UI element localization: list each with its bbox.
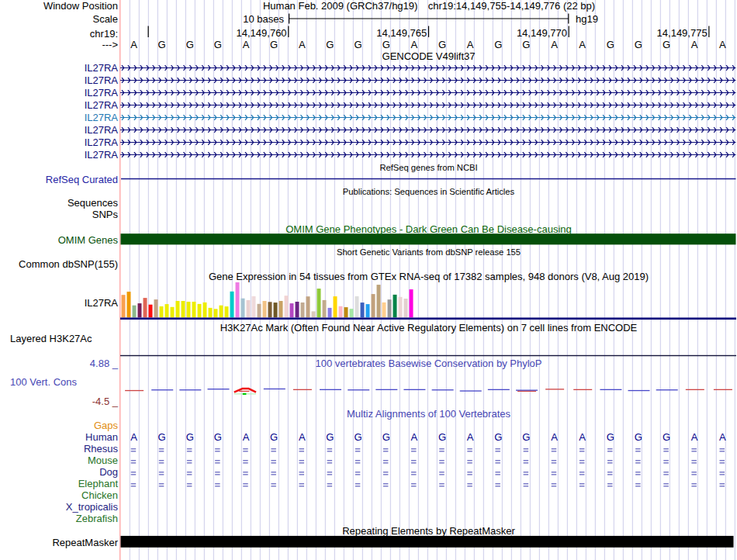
svg-text:4.88 _: 4.88 _	[90, 358, 119, 369]
svg-text:Zebrafish: Zebrafish	[76, 513, 118, 524]
svg-text:G: G	[214, 39, 222, 50]
svg-text:G: G	[326, 39, 334, 50]
svg-text:A: A	[719, 39, 726, 50]
svg-text:X_tropicalis: X_tropicalis	[66, 501, 119, 513]
svg-text:IL27RA: IL27RA	[85, 112, 119, 123]
svg-text:H3K27Ac Mark (Often Found Near: H3K27Ac Mark (Often Found Near Active Re…	[220, 322, 638, 334]
svg-text:RepeatMasker: RepeatMasker	[52, 537, 118, 548]
svg-text:G: G	[270, 39, 278, 50]
svg-text:A: A	[691, 431, 698, 443]
svg-text:14,149,775: 14,149,775	[657, 27, 708, 39]
svg-text:14,149,760: 14,149,760	[237, 27, 287, 39]
svg-text:hg19: hg19	[576, 13, 598, 25]
svg-text:A: A	[410, 431, 417, 443]
svg-text:Gene Expression in 54 tissues: Gene Expression in 54 tissues from GTEx …	[209, 271, 649, 282]
svg-text:Common dbSNP(155): Common dbSNP(155)	[19, 258, 118, 270]
svg-text:G: G	[438, 39, 446, 50]
svg-text:G: G	[663, 39, 670, 50]
svg-text:G: G	[438, 431, 446, 443]
svg-text:G: G	[214, 431, 222, 443]
svg-text:A: A	[410, 39, 417, 50]
svg-text:100 vertebrates Basewise Conse: 100 vertebrates Basewise Conservation by…	[316, 358, 542, 369]
svg-text:Scale: Scale	[92, 13, 118, 25]
svg-text:OMIM Genes: OMIM Genes	[58, 234, 119, 246]
svg-text:G: G	[607, 39, 614, 50]
svg-text:chr19:14,149,755-14,149,776 (2: chr19:14,149,755-14,149,776 (22 bp)	[428, 0, 595, 12]
svg-text:14,149,770: 14,149,770	[517, 27, 567, 39]
svg-text:IL27RA: IL27RA	[85, 124, 119, 136]
svg-text:Publications: Sequences in Sci: Publications: Sequences in Scientific Ar…	[343, 187, 515, 196]
svg-text:G: G	[494, 431, 502, 443]
svg-text:Chicken: Chicken	[81, 489, 118, 501]
svg-text:14,149,765: 14,149,765	[376, 27, 427, 39]
svg-text:G: G	[186, 39, 194, 50]
svg-text:Rhesus: Rhesus	[84, 443, 119, 455]
svg-text:G: G	[607, 431, 614, 443]
svg-text:IL27RA: IL27RA	[85, 137, 119, 148]
svg-text:G: G	[522, 39, 530, 50]
svg-text:RefSeq Curated: RefSeq Curated	[46, 174, 118, 185]
svg-text:G: G	[270, 431, 278, 443]
svg-text:A: A	[130, 39, 137, 50]
svg-text:A: A	[719, 431, 726, 443]
svg-text:G: G	[382, 431, 390, 443]
svg-text:A: A	[579, 39, 586, 50]
svg-text:Repeating Elements by RepeatMa: Repeating Elements by RepeatMasker	[342, 525, 515, 537]
svg-text:IL27RA: IL27RA	[85, 149, 119, 161]
svg-text:G: G	[186, 431, 194, 443]
svg-text:A: A	[579, 431, 586, 443]
svg-text:IL27RA: IL27RA	[85, 62, 119, 74]
svg-text:A: A	[299, 431, 306, 443]
svg-text:G: G	[326, 431, 334, 443]
svg-text:-4.5 _: -4.5 _	[92, 396, 119, 407]
svg-text:Gaps: Gaps	[94, 420, 119, 431]
svg-text:OMIM Gene Phenotypes - Dark Gr: OMIM Gene Phenotypes - Dark Green Can Be…	[285, 223, 572, 235]
svg-text:Human: Human	[85, 431, 118, 443]
svg-text:A: A	[130, 431, 137, 443]
svg-text:SNPs: SNPs	[92, 209, 119, 220]
svg-text:IL27RA: IL27RA	[85, 99, 119, 111]
svg-text:G: G	[354, 431, 362, 443]
svg-text:G: G	[522, 431, 530, 443]
svg-text:IL27RA: IL27RA	[85, 74, 119, 86]
svg-text:G: G	[158, 39, 166, 50]
svg-text:A: A	[467, 431, 474, 443]
svg-text:Multiz Alignments of 100 Verte: Multiz Alignments of 100 Vertebrates	[347, 408, 511, 420]
svg-text:Mouse: Mouse	[88, 455, 118, 466]
svg-text:Human Feb. 2009 (GRCh37/hg19): Human Feb. 2009 (GRCh37/hg19)	[263, 0, 417, 12]
svg-text:A: A	[691, 39, 698, 50]
svg-text:IL27RA: IL27RA	[85, 87, 119, 99]
svg-text:IL27RA: IL27RA	[85, 297, 119, 309]
svg-text:A: A	[243, 431, 250, 443]
svg-text:--->: --->	[102, 39, 118, 50]
svg-text:Sequences: Sequences	[67, 197, 119, 209]
svg-text:A: A	[551, 431, 558, 443]
svg-text:Elephant: Elephant	[78, 478, 119, 489]
svg-text:G: G	[635, 431, 642, 443]
svg-text:G: G	[635, 39, 642, 50]
svg-text:10 bases: 10 bases	[243, 13, 284, 25]
svg-text:A: A	[299, 39, 306, 50]
svg-text:G: G	[158, 431, 166, 443]
svg-text:RefSeq genes from NCBI: RefSeq genes from NCBI	[379, 163, 477, 172]
svg-text:Layered H3K27Ac: Layered H3K27Ac	[10, 333, 92, 344]
svg-text:G: G	[382, 39, 390, 50]
svg-text:100 Vert. Cons: 100 Vert. Cons	[10, 376, 77, 388]
svg-text:Dog: Dog	[99, 466, 118, 478]
svg-text:chr19:: chr19:	[90, 28, 118, 40]
svg-text:G: G	[354, 39, 362, 50]
svg-text:G: G	[663, 431, 670, 443]
svg-text:Short Genetic Variants from db: Short Genetic Variants from dbSNP releas…	[337, 247, 521, 257]
svg-text:Window Position: Window Position	[43, 0, 118, 12]
svg-text:A: A	[243, 39, 250, 50]
svg-text:A: A	[551, 39, 558, 50]
svg-text:A: A	[467, 39, 474, 50]
svg-text:GENCODE V49lift37: GENCODE V49lift37	[382, 50, 476, 62]
svg-text:G: G	[494, 39, 502, 50]
